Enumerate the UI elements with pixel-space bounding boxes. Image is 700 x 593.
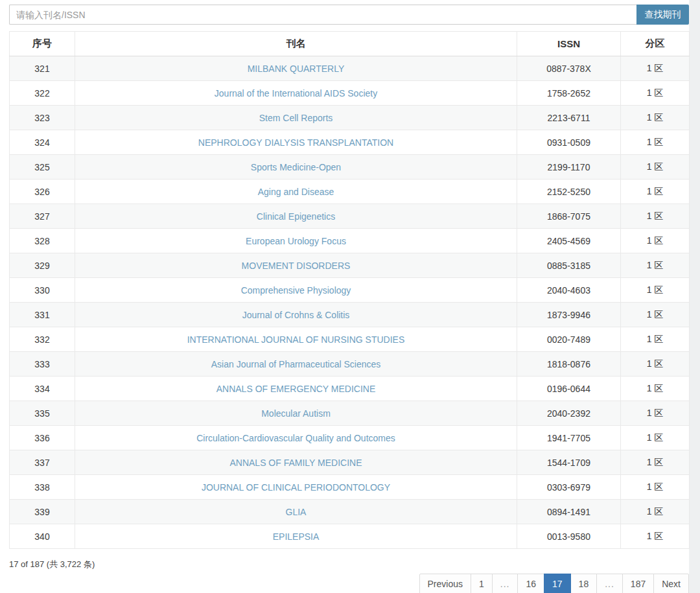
row-issn: 0885-3185 — [517, 253, 621, 278]
row-issn: 0887-378X — [517, 56, 621, 81]
row-journal-cell: Molecular Autism — [75, 401, 517, 426]
table-footer: 17 of 187 (共 3,722 条) Previous1...161718… — [9, 559, 689, 593]
pagination-prev[interactable]: Previous — [419, 574, 471, 593]
pagination-ellipsis: ... — [492, 574, 519, 593]
pagination-page-1[interactable]: 1 — [471, 574, 493, 593]
row-journal-cell: MOVEMENT DISORDERS — [75, 253, 517, 278]
row-seq: 336 — [10, 426, 75, 450]
row-issn: 0196-0644 — [517, 377, 621, 401]
search-button[interactable]: 查找期刊 — [636, 5, 689, 25]
row-journal-cell: Aging and Disease — [75, 180, 517, 204]
row-zone: 1 区 — [621, 303, 690, 327]
row-issn: 1868-7075 — [517, 204, 621, 229]
table-row: 340EPILEPSIA0013-95801 区 — [10, 524, 690, 549]
journal-link[interactable]: Molecular Autism — [261, 408, 331, 419]
row-seq: 334 — [10, 377, 75, 401]
row-journal-cell: Clinical Epigenetics — [75, 204, 517, 229]
row-journal-cell: ANNALS OF FAMILY MEDICINE — [75, 450, 517, 475]
table-row: 330Comprehensive Physiology2040-46031 区 — [10, 278, 690, 303]
row-journal-cell: Journal of Crohns & Colitis — [75, 303, 517, 327]
row-zone: 1 区 — [621, 229, 690, 253]
row-journal-cell: Comprehensive Physiology — [75, 278, 517, 303]
row-zone: 1 区 — [621, 377, 690, 401]
table-row: 339GLIA0894-14911 区 — [10, 500, 690, 524]
journal-link[interactable]: European Urology Focus — [246, 236, 346, 246]
row-zone: 1 区 — [621, 426, 690, 450]
journal-link[interactable]: Sports Medicine-Open — [251, 162, 341, 172]
journal-link[interactable]: ANNALS OF EMERGENCY MEDICINE — [216, 384, 376, 394]
journal-link[interactable]: MILBANK QUARTERLY — [248, 64, 345, 74]
row-issn: 2040-4603 — [517, 278, 621, 303]
journal-table: 序号 刊名 ISSN 分区 321MILBANK QUARTERLY0887-3… — [9, 31, 690, 549]
row-zone: 1 区 — [621, 253, 690, 278]
row-journal-cell: ANNALS OF EMERGENCY MEDICINE — [75, 377, 517, 401]
journal-link[interactable]: Aging and Disease — [258, 187, 334, 197]
row-zone: 1 区 — [621, 352, 690, 377]
table-row: 329MOVEMENT DISORDERS0885-31851 区 — [10, 253, 690, 278]
row-journal-cell: INTERNATIONAL JOURNAL OF NURSING STUDIES — [75, 327, 517, 352]
journal-link[interactable]: MOVEMENT DISORDERS — [242, 261, 351, 271]
journal-link[interactable]: Stem Cell Reports — [259, 113, 333, 123]
table-row: 333Asian Journal of Pharmaceutical Scien… — [10, 352, 690, 377]
search-input[interactable] — [9, 5, 636, 25]
table-row: 322Journal of the International AIDS Soc… — [10, 81, 690, 106]
table-row: 337ANNALS OF FAMILY MEDICINE1544-17091 区 — [10, 450, 690, 475]
pagination-page-17[interactable]: 17 — [544, 574, 571, 593]
journal-link[interactable]: INTERNATIONAL JOURNAL OF NURSING STUDIES — [187, 334, 405, 345]
row-seq: 335 — [10, 401, 75, 426]
journal-link[interactable]: EPILEPSIA — [273, 531, 320, 542]
row-zone: 1 区 — [621, 278, 690, 303]
row-seq: 324 — [10, 130, 75, 155]
row-issn: 1758-2652 — [517, 81, 621, 106]
row-journal-cell: EPILEPSIA — [75, 524, 517, 549]
row-journal-cell: Stem Cell Reports — [75, 106, 517, 130]
table-row: 338JOURNAL OF CLINICAL PERIODONTOLOGY030… — [10, 475, 690, 500]
pagination-page-187[interactable]: 187 — [622, 574, 654, 593]
journal-link[interactable]: Comprehensive Physiology — [241, 285, 351, 296]
pagination-ellipsis: ... — [596, 574, 623, 593]
row-issn: 2213-6711 — [517, 106, 621, 130]
journal-link[interactable]: Asian Journal of Pharmaceutical Sciences — [211, 359, 380, 369]
journal-link[interactable]: ANNALS OF FAMILY MEDICINE — [229, 458, 362, 468]
row-zone: 1 区 — [621, 155, 690, 180]
row-zone: 1 区 — [621, 401, 690, 426]
row-seq: 331 — [10, 303, 75, 327]
result-summary: 17 of 187 (共 3,722 条) — [9, 559, 689, 570]
row-zone: 1 区 — [621, 327, 690, 352]
table-row: 321MILBANK QUARTERLY0887-378X1 区 — [10, 56, 690, 81]
pagination-page-16[interactable]: 16 — [517, 574, 544, 593]
row-issn: 0931-0509 — [517, 130, 621, 155]
row-seq: 321 — [10, 56, 75, 81]
pagination-next[interactable]: Next — [653, 574, 689, 593]
table-row: 334ANNALS OF EMERGENCY MEDICINE0196-0644… — [10, 377, 690, 401]
row-seq: 338 — [10, 475, 75, 500]
journal-search-page: 查找期刊 序号 刊名 ISSN 分区 321MILBANK QUARTERLY0… — [0, 0, 689, 593]
journal-link[interactable]: Journal of Crohns & Colitis — [242, 310, 350, 320]
pagination-page-18[interactable]: 18 — [570, 574, 598, 593]
journal-link[interactable]: Circulation-Cardiovascular Quality and O… — [196, 433, 395, 443]
table-row: 336Circulation-Cardiovascular Quality an… — [10, 426, 690, 450]
row-issn: 2040-2392 — [517, 401, 621, 426]
row-issn: 0303-6979 — [517, 475, 621, 500]
journal-link[interactable]: JOURNAL OF CLINICAL PERIODONTOLOGY — [202, 482, 390, 493]
row-zone: 1 区 — [621, 106, 690, 130]
table-row: 328European Urology Focus2405-45691 区 — [10, 229, 690, 253]
table-row: 327Clinical Epigenetics1868-70751 区 — [10, 204, 690, 229]
row-issn: 2152-5250 — [517, 180, 621, 204]
journal-link[interactable]: Clinical Epigenetics — [257, 211, 335, 222]
row-seq: 330 — [10, 278, 75, 303]
row-journal-cell: Journal of the International AIDS Societ… — [75, 81, 517, 106]
row-zone: 1 区 — [621, 500, 690, 524]
row-issn: 0013-9580 — [517, 524, 621, 549]
row-journal-cell: European Urology Focus — [75, 229, 517, 253]
journal-link[interactable]: NEPHROLOGY DIALYSIS TRANSPLANTATION — [198, 137, 393, 148]
row-seq: 333 — [10, 352, 75, 377]
header-seq: 序号 — [10, 32, 75, 56]
table-row: 332INTERNATIONAL JOURNAL OF NURSING STUD… — [10, 327, 690, 352]
row-issn: 1941-7705 — [517, 426, 621, 450]
row-seq: 325 — [10, 155, 75, 180]
row-journal-cell: JOURNAL OF CLINICAL PERIODONTOLOGY — [75, 475, 517, 500]
row-issn: 2199-1170 — [517, 155, 621, 180]
journal-link[interactable]: GLIA — [286, 507, 307, 517]
journal-link[interactable]: Journal of the International AIDS Societ… — [215, 88, 377, 99]
